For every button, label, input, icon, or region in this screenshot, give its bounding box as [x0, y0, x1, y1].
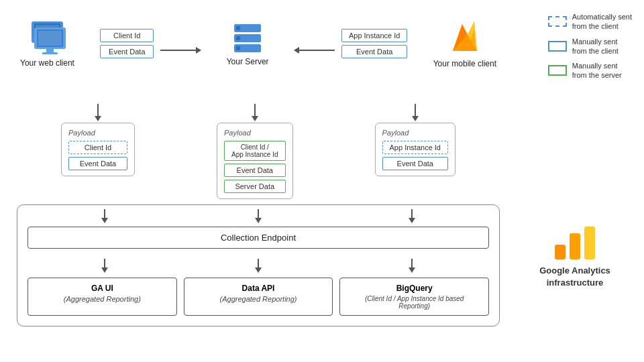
ga-ui-box: GA UI (Aggregated Reporting)	[28, 278, 177, 316]
svg-rect-41	[584, 227, 595, 259]
server-icon	[231, 21, 264, 54]
legend-auto-client-text: Automatically sentfrom the client	[572, 12, 632, 32]
collection-section: Collection Endpoint	[17, 204, 500, 326]
server-payload-column: Payload Client Id / App Instance Id Even…	[217, 104, 293, 199]
server-label: Your Server	[227, 57, 269, 66]
event-data-box-mobile-top: Event Data	[341, 45, 407, 58]
arrow-down-to-collection-1	[99, 209, 110, 224]
arrow-down-to-output-1	[99, 259, 110, 274]
main-diagram: Automatically sentfrom the client Manual…	[0, 0, 644, 362]
svg-marker-32	[409, 218, 415, 223]
mobile-payload-box: Payload App Instance Id Event Data	[375, 123, 455, 176]
mobile-data-boxes: App Instance Id Event Data	[341, 29, 407, 58]
bigquery-title: BigQuery	[348, 284, 480, 293]
web-payload-box: Payload Client Id Event Data	[61, 123, 135, 176]
server-payload-client-id: Client Id / App Instance Id	[224, 141, 286, 161]
server-payload-server-data: Server Data	[224, 180, 286, 193]
data-api-box: Data API (Aggregated Reporting)	[184, 278, 333, 316]
web-data-boxes: Client Id Event Data	[100, 29, 154, 58]
web-to-server-group: Client Id Event Data	[100, 29, 201, 58]
legend-box-auto-client	[548, 16, 567, 27]
data-api-subtitle: (Aggregated Reporting)	[193, 295, 325, 303]
svg-marker-22	[95, 116, 101, 121]
svg-marker-36	[255, 267, 262, 273]
mobile-to-server-group: App Instance Id Event Data	[294, 29, 407, 58]
payload-area: Payload Client Id Event Data Payload Cli…	[20, 104, 496, 199]
legend-manual-server-text: Manually sentfrom the server	[572, 61, 622, 80]
svg-rect-39	[555, 245, 566, 259]
arrow-down-server	[250, 104, 260, 123]
event-data-box-web: Event Data	[100, 45, 154, 58]
arrow-down-to-output-2	[253, 259, 264, 274]
arrow-down-to-collection-2	[253, 209, 264, 224]
ga-section: Google Analytics infrastructure	[518, 221, 632, 289]
ga-bar-chart-icon	[551, 221, 598, 261]
svg-rect-13	[236, 36, 240, 40]
arrows-to-outputs	[28, 259, 489, 274]
collection-endpoint: Collection Endpoint	[28, 227, 489, 249]
ga-ui-title: GA UI	[36, 284, 168, 293]
mobile-client-label: Your mobile client	[433, 59, 496, 68]
web-client-group: Your web client	[20, 20, 74, 68]
collection-wrapper: Collection Endpoint	[17, 204, 500, 326]
client-id-box: Client Id	[100, 29, 154, 42]
legend-item-manual-client: Manually sentfrom the client	[548, 37, 632, 56]
svg-rect-9	[38, 31, 62, 46]
svg-rect-7	[46, 49, 54, 52]
svg-rect-8	[42, 52, 58, 54]
svg-marker-28	[101, 218, 108, 223]
web-payload-event-data: Event Data	[68, 157, 127, 170]
ga-infrastructure-label: Google Analytics infrastructure	[539, 265, 610, 289]
mobile-client-group: Your mobile client	[433, 19, 496, 68]
server-payload-box: Payload Client Id / App Instance Id Even…	[217, 123, 293, 199]
svg-rect-11	[236, 26, 240, 30]
svg-rect-15	[236, 46, 240, 50]
bigquery-box: BigQuery (Client Id / App Instance Id ba…	[339, 278, 489, 316]
bigquery-subtitle: (Client Id / App Instance Id based Repor…	[348, 295, 480, 310]
svg-marker-30	[255, 218, 262, 223]
server-group: Your Server	[227, 21, 269, 66]
svg-marker-38	[409, 267, 415, 273]
arrow-down-to-output-3	[407, 259, 417, 274]
web-client-label: Your web client	[20, 58, 74, 68]
mobile-payload-column: Payload App Instance Id Event Data	[375, 104, 455, 199]
arrow-web-to-server	[160, 50, 201, 51]
legend: Automatically sentfrom the client Manual…	[548, 12, 632, 80]
svg-marker-26	[412, 116, 419, 121]
arrow-down-to-collection-3	[407, 209, 417, 224]
legend-item-auto-client: Automatically sentfrom the client	[548, 12, 632, 32]
legend-item-manual-server: Manually sentfrom the server	[548, 61, 632, 80]
mobile-payload-label: Payload	[382, 129, 448, 137]
mobile-payload-app-instance-id: App Instance Id	[382, 141, 448, 154]
web-payload-label: Payload	[68, 129, 127, 137]
server-payload-event-data: Event Data	[224, 164, 286, 177]
legend-box-manual-server	[548, 65, 567, 76]
collection-endpoint-label: Collection Endpoint	[221, 233, 296, 243]
arrows-to-collection	[28, 209, 489, 224]
legend-manual-client-text: Manually sentfrom the client	[572, 37, 619, 56]
mobile-payload-items: App Instance Id Event Data	[382, 141, 448, 170]
svg-marker-34	[101, 267, 108, 273]
arrow-mobile-to-server	[294, 50, 335, 51]
web-payload-client-id: Client Id	[68, 141, 127, 154]
legend-box-manual-client	[548, 41, 567, 52]
arrow-down-mobile	[410, 104, 421, 123]
mobile-payload-event-data: Event Data	[382, 157, 448, 170]
ga-ui-subtitle: (Aggregated Reporting)	[36, 295, 168, 303]
svg-rect-40	[570, 233, 580, 259]
web-payload-column: Payload Client Id Event Data	[61, 104, 135, 199]
firebase-icon	[449, 19, 481, 56]
top-section: Your web client Client Id Event Data You…	[20, 19, 496, 68]
arrow-down-web	[93, 104, 103, 123]
web-payload-items: Client Id Event Data	[68, 141, 127, 170]
svg-marker-24	[252, 116, 258, 121]
output-boxes: GA UI (Aggregated Reporting) Data API (A…	[28, 278, 489, 316]
app-instance-id-box: App Instance Id	[341, 29, 407, 42]
data-api-title: Data API	[193, 284, 325, 293]
server-payload-items: Client Id / App Instance Id Event Data S…	[224, 141, 286, 193]
server-payload-label: Payload	[224, 129, 286, 137]
monitor-icon-2	[32, 26, 68, 56]
